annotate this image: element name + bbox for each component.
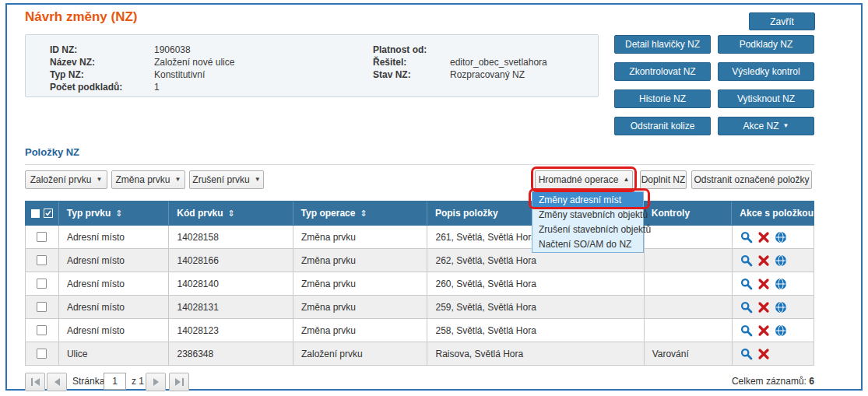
info-field-label: Název NZ: (50, 57, 95, 68)
cell-kontroly (645, 249, 733, 272)
complete-nz-button[interactable]: Doplnit NZ (640, 170, 687, 189)
cell-kontroly (645, 296, 733, 318)
akce-nz-button-label: Akce NZ (743, 121, 779, 131)
column-header-2[interactable]: Kód prvku⇕ (169, 202, 293, 225)
bulk-operations-button[interactable]: Hromadné operace ▲ (535, 170, 633, 189)
next-page-icon (153, 378, 159, 386)
total-records: Celkem záznamů: 6 (659, 376, 814, 387)
zkontrolovat-nz-button[interactable]: Zkontrolovat NZ (614, 62, 711, 81)
cell-typ-operace: Založení prvku (293, 342, 427, 365)
show-on-map-icon[interactable] (775, 324, 787, 337)
show-on-map-icon[interactable] (775, 301, 787, 314)
bulk-operations-menu: Změny adresní místZměny stavebních objek… (532, 191, 644, 253)
cell-kod-prvku: 14028131 (169, 296, 293, 318)
cell-typ-operace: Změna prvku (293, 319, 427, 342)
cell-typ-prvku: Adresní místo (59, 319, 170, 342)
detail-item-icon[interactable] (740, 254, 753, 267)
row-checkbox[interactable] (37, 325, 47, 335)
zalozeni-prvku-button[interactable]: Založení prvku▼ (25, 170, 107, 189)
remove-item-icon[interactable] (757, 231, 770, 244)
column-header-1[interactable]: Typ prvku⇕ (59, 202, 169, 225)
bulk-menu-item[interactable]: Změny stavebních objektů (532, 207, 643, 222)
cell-typ-operace: Změna prvku (293, 226, 427, 248)
odstranit-kolize-button-label: Odstranit kolize (631, 121, 695, 131)
remove-item-icon[interactable] (757, 278, 770, 290)
pagination-prev-button[interactable] (47, 373, 67, 391)
zkontrolovat-nz-button-label: Zkontrolovat NZ (629, 66, 695, 77)
cell-kod-prvku: 14028140 (169, 272, 293, 295)
sort-icon[interactable]: ⇕ (360, 209, 367, 219)
select-all-icon[interactable] (31, 209, 40, 218)
pagination-last-button[interactable] (169, 373, 189, 391)
bulk-menu-item[interactable]: Změny adresní míst (532, 192, 643, 207)
zruseni-prvku-button[interactable]: Zrušení prvku▼ (189, 170, 264, 189)
table-row: Adresní místo14028158Změna prvku261, Svě… (25, 226, 814, 249)
show-on-map-icon[interactable] (775, 278, 787, 290)
sort-icon[interactable]: ⇕ (115, 209, 122, 219)
column-header-label: Typ operace (301, 208, 356, 219)
sort-icon[interactable]: ⇕ (228, 209, 235, 219)
detail-item-icon[interactable] (740, 301, 753, 314)
remove-selected-items-label: Odstranit označené položky (694, 174, 809, 185)
cell-typ-prvku: Adresní místo (59, 226, 170, 248)
odstranit-kolize-button[interactable]: Odstranit kolize (614, 117, 711, 135)
cell-typ-operace: Změna prvku (293, 272, 427, 295)
nz-detail-screen: Návrh změny (NZ) Zavřít ID NZ:1906038Náz… (0, 0, 868, 396)
column-header-3[interactable]: Typ operace⇕ (293, 202, 427, 225)
cell-typ-operace: Změna prvku (293, 249, 427, 272)
row-select-cell (26, 272, 59, 295)
row-select-cell (26, 226, 59, 248)
akce-nz-button[interactable]: Akce NZ▼ (718, 117, 814, 135)
page-number-input[interactable] (104, 373, 126, 390)
detail-item-icon[interactable] (740, 348, 753, 360)
zmena-prvku-button[interactable]: Změna prvku▼ (111, 170, 185, 189)
cell-kontroly (645, 319, 733, 342)
historie-nz-button[interactable]: Historie NZ (614, 89, 711, 108)
cell-kod-prvku: 2386348 (169, 342, 293, 365)
remove-selected-items-button[interactable]: Odstranit označené položky (691, 170, 812, 189)
column-header-label: Akce s položkou (740, 208, 814, 219)
podklady-nz-button[interactable]: Podklady NZ (718, 35, 814, 54)
pagination-first-button[interactable] (25, 373, 45, 391)
row-checkbox[interactable] (37, 255, 47, 265)
row-checkbox[interactable] (37, 302, 47, 312)
podklady-nz-button-label: Podklady NZ (740, 39, 793, 50)
row-checkbox[interactable] (37, 349, 47, 359)
items-section-heading: Položky NZ (25, 146, 79, 158)
column-header-label: Popis položky (435, 208, 498, 219)
vytisknout-nz-button[interactable]: Vytisknout NZ (718, 89, 814, 108)
pagination-next-button[interactable] (146, 373, 166, 391)
close-button[interactable]: Zavřít (749, 12, 815, 30)
remove-item-icon[interactable] (757, 324, 770, 337)
section-separator (25, 164, 814, 165)
prev-page-icon (54, 378, 60, 386)
vysledky-kontrol-button[interactable]: Výsledky kontrol (718, 62, 814, 81)
detail-item-icon[interactable] (740, 324, 753, 337)
vysledky-kontrol-button-label: Výsledky kontrol (732, 66, 799, 77)
column-header-label: Kód prvku (177, 208, 223, 219)
select-checked-icon[interactable] (44, 209, 53, 218)
row-select-cell (26, 342, 59, 365)
remove-item-icon[interactable] (757, 348, 770, 360)
remove-item-icon[interactable] (757, 301, 770, 314)
show-on-map-icon[interactable] (775, 254, 787, 267)
remove-item-icon[interactable] (757, 254, 770, 267)
caret-up-icon: ▲ (623, 177, 629, 183)
bulk-menu-item[interactable]: Zrušení stavebních objektů (532, 223, 643, 237)
caret-down-icon: ▼ (175, 177, 181, 183)
info-field-label: Platnost od: (373, 44, 427, 55)
cell-typ-prvku: Ulice (59, 342, 170, 365)
cell-typ-prvku: Adresní místo (59, 296, 170, 318)
first-page-icon (31, 378, 33, 386)
table-row: Ulice2386348Založení prvkuRaisova, Světl… (25, 342, 814, 366)
row-checkbox[interactable] (37, 279, 47, 289)
detail-item-icon[interactable] (740, 278, 753, 290)
row-checkbox[interactable] (37, 232, 47, 242)
vytisknout-nz-button-label: Vytisknout NZ (737, 93, 795, 104)
bulk-menu-item[interactable]: Načtení SO/AM do NZ (532, 237, 643, 252)
detail-item-icon[interactable] (740, 231, 753, 244)
show-on-map-icon[interactable] (775, 231, 787, 244)
table-header-row: Typ prvku⇕Kód prvku⇕Typ operace⇕Popis po… (25, 201, 814, 226)
cell-popis: Raisova, Světlá Hora (427, 342, 644, 365)
detail-hlavicky-nz-button[interactable]: Detail hlavičky NZ (614, 35, 711, 54)
